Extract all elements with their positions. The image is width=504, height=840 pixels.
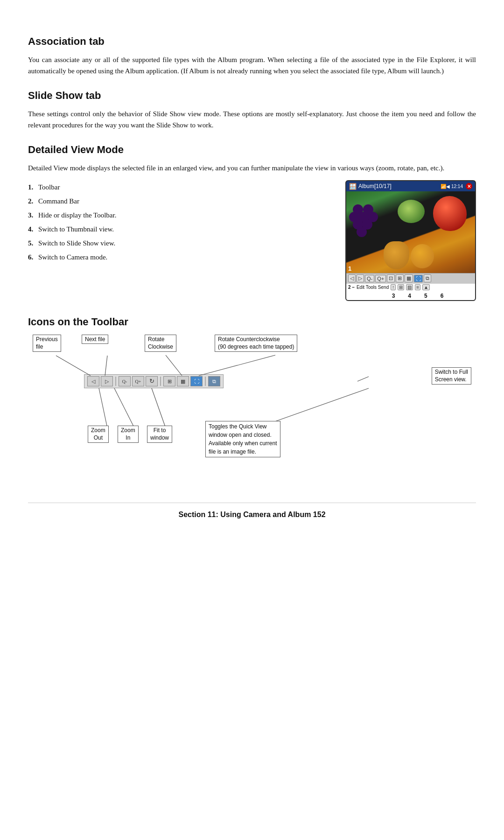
toolbar-fullscreen-icon[interactable]: ⛶ <box>414 275 423 282</box>
detailed-view-section: Detailed View Mode Detailed View mode di… <box>28 144 476 301</box>
detailed-view-body: Detailed View mode displays the selected… <box>28 162 476 174</box>
phone-mockup: 🪟 Album[10/17] 📶◀ 12:14 ✕ <box>345 180 476 301</box>
annotation-next-file: Next file <box>82 335 108 344</box>
annotation-toggles: Toggles the Quick Viewwindow open and cl… <box>205 421 280 457</box>
toolbar-zoom-out-icon[interactable]: Q- <box>365 275 374 282</box>
svg-line-2 <box>166 355 182 376</box>
annotation-switch-full: Switch to FullScreen view. <box>432 367 471 385</box>
tb-sep3 <box>205 377 206 386</box>
list-item: 6. Switch to Camera mode. <box>28 250 331 264</box>
svg-line-5 <box>99 388 107 428</box>
toolbar-diagram: Previousfile Next file RotateClockwise R… <box>28 335 476 484</box>
tb-full-icon[interactable]: ⛶ <box>190 376 203 386</box>
annotation-zoom-in: ZoomIn <box>118 426 139 443</box>
tb-prev-icon[interactable]: ◁ <box>87 376 99 386</box>
toolbar-zoom-fit-icon[interactable]: ⊡ <box>387 274 395 282</box>
fruit-orange <box>411 244 434 268</box>
list-item: 2. Command Bar <box>28 194 331 208</box>
page-footer: Section 11: Using Camera and Album 152 <box>28 503 476 519</box>
signal-icon: 📶◀ 12:14 <box>441 184 463 189</box>
list-item: 1. Toolbar <box>28 180 331 194</box>
annotation-zoom-out: ZoomOut <box>88 426 109 443</box>
list-item: 4. Switch to Thumbnail view. <box>28 222 331 236</box>
association-tab-section: Association tab You can associate any or… <box>28 35 476 77</box>
toolbar-back-icon[interactable]: ◁ <box>348 274 356 282</box>
tb-grid1-icon[interactable]: ⊞ <box>163 376 175 386</box>
commandbar-label-row: 2 – Edit Tools Send ↑ ⊞ ▨ ≡ ▲ <box>346 283 475 291</box>
phone-title-bar: 🪟 Album[10/17] 📶◀ 12:14 ✕ <box>346 181 475 191</box>
detailed-view-heading: Detailed View Mode <box>28 144 476 156</box>
svg-line-0 <box>56 356 91 376</box>
tb-quick-icon[interactable]: ⧉ <box>208 376 220 386</box>
fruit-grapes <box>348 204 381 246</box>
phone-title-text: Album[10/17] <box>358 183 392 189</box>
svg-line-1 <box>105 356 107 376</box>
association-tab-heading: Association tab <box>28 35 476 48</box>
tb-next-icon[interactable]: ▷ <box>101 376 113 386</box>
slide-show-tab-section: Slide Show tab These settings control on… <box>28 90 476 131</box>
annotation-rotate-ccw: Rotate Counterclockwise(90 degrees each … <box>215 335 297 352</box>
svg-line-3 <box>199 355 275 376</box>
icons-toolbar-section: Icons on the Toolbar Previousfile Next f… <box>28 316 476 484</box>
fruit-pear <box>384 241 409 269</box>
fruit-apple <box>433 196 467 231</box>
toolbar-grid1-icon[interactable]: ⊞ <box>396 274 404 282</box>
annotation-rotate-cw: RotateClockwise <box>145 335 176 352</box>
fruit-green <box>398 200 425 223</box>
toolbar-zoom-in-icon[interactable]: Q+ <box>375 275 386 282</box>
phone-bottom-numbers: 3 4 5 6 <box>346 291 475 300</box>
tb-zoom-in-icon[interactable]: Q+ <box>132 376 144 386</box>
toolbar-icon-strip: ◁ ▷ Q- Q+ ↻ ⊞ ▦ ⛶ ⧉ <box>84 374 224 388</box>
svg-line-4 <box>357 377 369 381</box>
phone-toolbar: ◁ ▷ Q- Q+ ⊡ ⊞ ▦ ⛶ ⧉ <box>346 273 475 283</box>
annotation-previous-file: Previousfile <box>33 335 61 352</box>
windows-icon: 🪟 <box>349 183 357 190</box>
tb-sep1 <box>115 377 116 386</box>
list-item: 3. Hide or display the Toolbar. <box>28 208 331 222</box>
tb-grid2-icon[interactable]: ▦ <box>177 376 189 386</box>
toolbar-grid2-icon[interactable]: ▦ <box>405 274 413 282</box>
tb-sep2 <box>160 377 161 386</box>
slide-show-tab-heading: Slide Show tab <box>28 90 476 102</box>
footer-text: Section 11: Using Camera and Album 152 <box>178 511 325 518</box>
close-icon[interactable]: ✕ <box>466 183 472 189</box>
detailed-view-list: 1. Toolbar 2. Command Bar 3. Hide or dis… <box>28 180 331 264</box>
association-tab-body: You can associate any or all of the supp… <box>28 54 476 77</box>
tb-zoom-out-icon[interactable]: Q- <box>119 376 131 386</box>
phone-image: 1 <box>346 191 475 273</box>
list-item: 5. Switch to Slide Show view. <box>28 236 331 250</box>
icons-toolbar-heading: Icons on the Toolbar <box>28 316 476 328</box>
detailed-view-layout: 1. Toolbar 2. Command Bar 3. Hide or dis… <box>28 180 476 301</box>
toolbar-forward-icon[interactable]: ▷ <box>357 274 364 282</box>
connector-lines <box>28 335 476 484</box>
annotation-fit-to: Fit towindow <box>147 426 172 443</box>
label-1: 1 <box>348 265 351 272</box>
tb-rotate-cw-icon[interactable]: ↻ <box>146 376 158 386</box>
slide-show-tab-body: These settings control only the behavior… <box>28 108 476 131</box>
toolbar-quick-icon[interactable]: ⧉ <box>424 274 431 282</box>
svg-line-6 <box>114 388 134 428</box>
svg-line-7 <box>152 388 166 428</box>
